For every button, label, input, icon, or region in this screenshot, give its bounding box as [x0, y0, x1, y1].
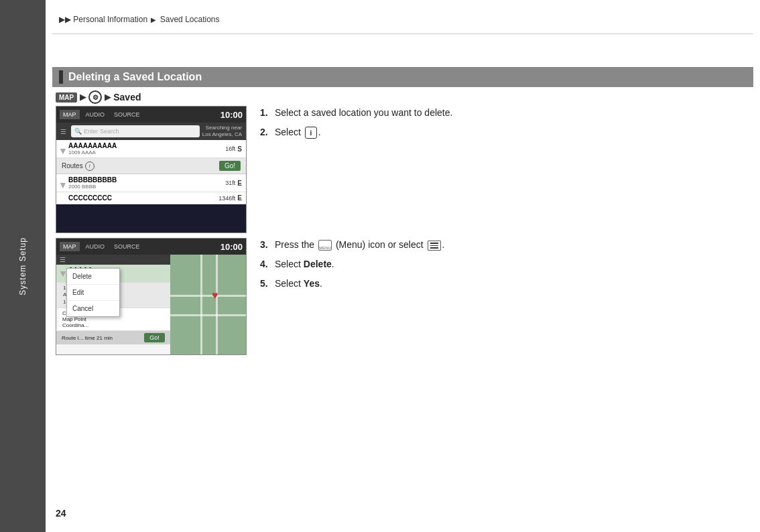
ss1-scroll-up: ▼	[58, 145, 68, 156]
ss1-routes-row: Routes i Go!	[56, 158, 246, 174]
ss1-info-icon: i	[85, 161, 94, 171]
instr-1-num: 1.	[260, 106, 272, 120]
instructions-group-1: 1. Select a saved location you want to d…	[260, 106, 753, 145]
instr-5-num: 5.	[260, 277, 272, 291]
ss1-list: ▼ AAAAAAAAAA 1009 AAAA 16ft S Routes i G…	[56, 140, 246, 204]
ss2-topbar: MAP AUDIO SOURCE 10:00	[56, 239, 246, 255]
small-menu-line-1	[430, 243, 438, 244]
nav-saved-label: Saved	[113, 92, 141, 103]
instr-4-num: 4.	[260, 257, 272, 271]
screenshot-1: MAP AUDIO SOURCE 10:00 ☰ 🔍 Enter Search …	[56, 106, 247, 233]
main-content: ▶▶ Personal Information ▶ Saved Location…	[46, 0, 760, 532]
section-header-bar	[59, 70, 63, 84]
ss1-item2-name: BBBBBBBBBB	[68, 176, 117, 184]
screenshot-2: MAP AUDIO SOURCE 10:00 ☰ ▼ AAAAA 1000 A	[56, 238, 247, 355]
instr-2: 2. Select i.	[260, 125, 753, 139]
ss1-go-btn[interactable]: Go!	[219, 161, 241, 171]
nav-arrow-2: ▶	[105, 92, 111, 102]
instr-5-yes: Yes	[304, 278, 320, 289]
small-menu-line-3	[430, 247, 438, 249]
breadcrumb-sep: ▶	[151, 16, 156, 23]
instr-2-i-icon: i	[305, 127, 317, 139]
breadcrumb-arrow: ▶▶	[59, 15, 71, 24]
nav-instruction: MAP ▶ ⚙ ▶ Saved	[56, 90, 141, 104]
instr-3-text: Press the MENU (Menu) icon or select .	[275, 238, 444, 252]
ss1-routes-label: Routes	[62, 162, 83, 170]
map-road-v2	[216, 255, 218, 354]
ss1-item1-left: AAAAAAAAAA 1009 AAAA	[68, 142, 117, 155]
ss1-time: 10:00	[220, 110, 243, 120]
ss1-item1-name: AAAAAAAAAA	[68, 142, 117, 149]
ss2-popup-delete[interactable]: Delete	[67, 269, 119, 285]
ss1-item1-dist: 16ft	[225, 145, 235, 152]
ss1-menu-icon[interactable]: ☰	[60, 128, 66, 135]
ss1-list-item-3[interactable]: CCCCCCCCC 1346ft E	[56, 192, 246, 204]
instr-3-small-menu	[428, 241, 441, 251]
ss2-popup-cancel[interactable]: Cancel	[67, 301, 119, 316]
ss2-route-info: Route I... time 21 min	[62, 335, 113, 341]
ss2-time: 10:00	[220, 242, 243, 252]
instr-4-text: Select Delete.	[275, 257, 334, 271]
ss1-topbar: MAP AUDIO SOURCE 10:00	[56, 107, 246, 123]
ss1-search-row: ☰ 🔍 Enter Search Searching near Los Ange…	[56, 123, 246, 140]
instr-3-num: 3.	[260, 238, 272, 252]
ss2-bottom-row: Route I... time 21 min Go!	[56, 331, 170, 344]
instr-4-delete: Delete	[304, 259, 332, 269]
ss1-item1-dir: S	[237, 145, 242, 153]
ss1-tab-source[interactable]: SOURCE	[111, 110, 143, 119]
instr-2-num: 2.	[260, 125, 272, 139]
ss1-item1-sub: 1009 AAAA	[68, 149, 117, 155]
ss2-header-row: ☰	[56, 255, 170, 265]
map-pin: ♥	[212, 289, 218, 302]
ss1-item2-right: 31ft E	[225, 180, 242, 187]
map-icon: MAP	[56, 92, 77, 103]
ss2-menu-icon[interactable]: ☰	[60, 256, 66, 263]
ss2-go-btn[interactable]: Go!	[144, 333, 165, 342]
instructions-group-2: 3. Press the MENU (Menu) icon or select …	[260, 238, 753, 296]
ss2-content: ☰ ▼ AAAAA 1000 A 1234 AAA AAAA	[56, 255, 246, 354]
ss1-searching-near: Searching near	[202, 125, 242, 131]
ss2-tab-audio[interactable]: AUDIO	[82, 242, 109, 251]
section-title: Deleting a Saved Location	[68, 71, 202, 83]
ss2-tab-source[interactable]: SOURCE	[111, 242, 143, 251]
instr-5: 5. Select Yes.	[260, 277, 753, 291]
ss1-item2-left: BBBBBBBBBB 2000 BBBB	[68, 176, 117, 190]
instr-4: 4. Select Delete.	[260, 257, 753, 271]
sidebar: System Setup	[0, 0, 46, 532]
ss2-popup-menu: Delete Edit Cancel	[66, 268, 120, 317]
ss1-item3-dir: E	[237, 194, 242, 202]
ss1-item2-dist: 31ft	[225, 180, 235, 186]
ss1-tab-audio[interactable]: AUDIO	[82, 110, 109, 119]
breadcrumb-item-2: Saved Locations	[160, 15, 220, 24]
ss1-item2-sub: 2000 BBBB	[68, 184, 117, 190]
ss1-search-location: Searching near Los Angeles, CA	[202, 125, 242, 137]
ss2-popup-edit[interactable]: Edit	[67, 285, 119, 301]
ss2-item3-coord: Coordina...	[62, 322, 88, 328]
ss1-tab-map[interactable]: MAP	[60, 110, 80, 119]
small-menu-line-2	[430, 245, 438, 247]
breadcrumb-item-1: Personal Information	[73, 15, 147, 24]
ss1-item3-right: 1346ft E	[218, 194, 242, 202]
ss1-list-item-2[interactable]: ▼ BBBBBBBBBB 2000 BBBB 31ft E	[56, 174, 246, 192]
ss1-item3-name: CCCCCCCCC	[68, 194, 112, 202]
breadcrumb: ▶▶ Personal Information ▶ Saved Location…	[59, 15, 220, 24]
map-road-h1	[170, 295, 246, 297]
instr-3: 3. Press the MENU (Menu) icon or select …	[260, 238, 753, 252]
ss2-tab-map[interactable]: MAP	[60, 242, 80, 251]
ss1-scroll-down: ▼	[58, 180, 68, 190]
instr-1: 1. Select a saved location you want to d…	[260, 106, 753, 120]
ss2-item3-mappoint: Map Point	[62, 316, 86, 322]
page-number: 24	[56, 508, 66, 519]
instr-1-text: Select a saved location you want to dele…	[275, 106, 452, 120]
ss1-routes-btn[interactable]: Routes i	[62, 161, 94, 171]
ss1-item3-left: CCCCCCCCC	[68, 194, 112, 202]
map-road-v1	[200, 255, 202, 354]
ss1-item3-dist: 1346ft	[218, 195, 235, 202]
section-header: Deleting a Saved Location	[52, 67, 753, 87]
ss1-item2-dir: E	[237, 180, 242, 187]
ss1-list-item-1[interactable]: ▼ AAAAAAAAAA 1009 AAAA 16ft S	[56, 140, 246, 158]
top-divider	[52, 34, 753, 34]
menu-icon-label: MENU	[319, 246, 331, 250]
instr-2-text: Select i.	[275, 125, 321, 139]
ss1-search-box[interactable]: 🔍 Enter Search	[71, 125, 200, 137]
